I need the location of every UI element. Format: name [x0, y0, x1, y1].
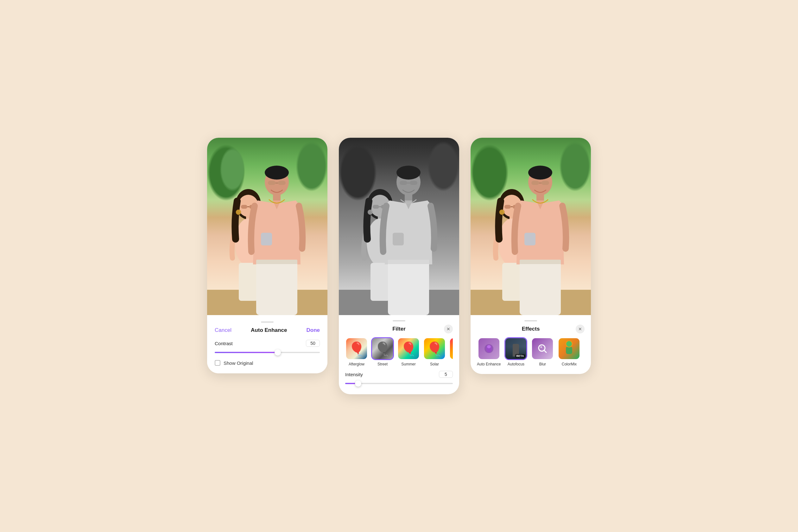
svg-rect-53 [520, 260, 561, 264]
svg-rect-61 [566, 346, 572, 354]
svg-rect-11 [268, 181, 276, 185]
person-male [245, 163, 308, 315]
intensity-thumb[interactable] [355, 380, 361, 387]
balloon-icon-summer: 🎈 [398, 338, 419, 359]
svg-rect-29 [400, 181, 407, 185]
photo-area-2 [339, 138, 459, 315]
contrast-label: Contrast [215, 341, 233, 346]
toolbar-row: Cancel Auto Enhance Done [215, 327, 320, 334]
svg-point-8 [236, 210, 241, 215]
filter-thumb-afterglow: 🎈 [345, 337, 368, 360]
svg-rect-30 [410, 181, 417, 185]
intensity-label-row: Intensity 5 [345, 371, 453, 378]
photo-area-3 [471, 138, 591, 315]
contrast-track [215, 352, 320, 353]
svg-rect-32 [405, 194, 412, 201]
svg-point-46 [528, 166, 552, 179]
drag-handle-3 [525, 320, 537, 321]
filter-header: Filter ✕ [345, 326, 453, 332]
beta-badge: BETA [515, 354, 525, 358]
show-original-label: Show Original [224, 360, 253, 366]
effect-item-colormix[interactable]: ColorMix [558, 337, 581, 366]
svg-rect-12 [278, 181, 286, 185]
show-original-checkbox[interactable] [215, 360, 221, 366]
colormix-icon [563, 341, 575, 357]
svg-rect-34 [388, 261, 429, 315]
contrast-fill [215, 352, 278, 353]
filter-item-self[interactable]: 🎈 Self [449, 337, 453, 366]
svg-rect-50 [536, 194, 544, 201]
effects-header: Effects ✕ [477, 326, 585, 332]
filter-label-summer: Summer [401, 362, 416, 366]
filter-label-afterglow: Afterglow [349, 362, 364, 366]
effect-thumb-auto-enhance [477, 337, 500, 360]
svg-rect-48 [542, 181, 549, 185]
effect-thumb-blur [531, 337, 554, 360]
bottom-panel-1: Cancel Auto Enhance Done Contrast 50 Sho… [207, 315, 327, 373]
filter-title: Filter [392, 326, 406, 332]
effect-thumb-glitch [584, 337, 585, 360]
svg-point-28 [397, 166, 420, 179]
balloon-icon-afterglow: 🎈 [346, 338, 367, 359]
effect-item-glitch[interactable]: Glitc... [584, 337, 585, 366]
cancel-button[interactable]: Cancel [215, 327, 231, 334]
show-original-row: Show Original [215, 360, 320, 366]
svg-point-26 [368, 210, 373, 215]
balloon-icon-self: 🎈 [450, 338, 453, 359]
filter-thumb-self: 🎈 [449, 337, 453, 360]
photo-area-1 [207, 138, 327, 315]
effect-bg-autofocus: BETA [506, 338, 526, 359]
card-filter: Filter ✕ 🎈 Afterglow 🎈 Street [339, 138, 459, 394]
filter-close-button[interactable]: ✕ [444, 325, 453, 334]
svg-rect-17 [256, 260, 297, 264]
filter-thumb-street: 🎈 [371, 337, 394, 360]
contrast-thumb[interactable] [274, 349, 281, 356]
intensity-slider[interactable] [345, 380, 453, 387]
effect-item-blur[interactable]: Blur [531, 337, 554, 366]
effect-label-colormix: ColorMix [562, 362, 577, 366]
svg-line-58 [544, 350, 546, 353]
filter-item-afterglow[interactable]: 🎈 Afterglow [345, 337, 368, 366]
effect-item-auto-enhance[interactable]: Auto Enhance [477, 337, 501, 366]
intensity-label: Intensity [345, 372, 363, 377]
contrast-value: 50 [306, 340, 320, 347]
filter-item-street[interactable]: 🎈 Street [371, 337, 394, 366]
blur-icon [537, 343, 548, 354]
intensity-track [345, 383, 453, 384]
effect-bg-colormix [558, 338, 580, 359]
card-effects: Effects ✕ Auto Enhanc [471, 138, 591, 374]
svg-rect-16 [256, 261, 297, 315]
balloon-icon-street: 🎈 [372, 338, 393, 359]
drag-handle-1 [261, 321, 273, 323]
filter-items-row: 🎈 Afterglow 🎈 Street 🎈 Sum [345, 337, 453, 366]
effect-thumb-autofocus: BETA [505, 337, 527, 360]
svg-rect-14 [273, 194, 281, 201]
filter-thumb-summer: 🎈 [397, 337, 420, 360]
contrast-slider[interactable] [215, 349, 320, 356]
contrast-label-row: Contrast 50 [215, 340, 320, 347]
balloon-icon-solar: 🎈 [424, 338, 445, 359]
effect-bg-auto-enhance [478, 338, 499, 359]
svg-rect-52 [520, 261, 561, 315]
effect-label-autofocus: Autofocus [508, 362, 525, 366]
effects-close-button[interactable]: ✕ [576, 325, 585, 334]
effects-items-row: Auto Enhance BETA Autofocus [477, 337, 585, 366]
drag-handle-2 [393, 320, 405, 321]
intensity-value: 5 [439, 371, 453, 378]
svg-rect-35 [388, 260, 429, 264]
person-male-bw [377, 163, 440, 315]
filter-thumb-solar: 🎈 [423, 337, 446, 360]
filter-panel: Filter ✕ 🎈 Afterglow 🎈 Street [339, 315, 459, 394]
svg-point-44 [499, 210, 505, 215]
svg-point-10 [265, 166, 289, 179]
effect-label-blur: Blur [539, 362, 546, 366]
effect-bg-blur [532, 338, 553, 359]
filter-item-summer[interactable]: 🎈 Summer [397, 337, 420, 366]
toolbar-title: Auto Enhance [251, 327, 287, 334]
done-button[interactable]: Done [306, 327, 320, 334]
effect-label-auto-enhance: Auto Enhance [477, 362, 501, 366]
effect-item-autofocus[interactable]: BETA Autofocus [505, 337, 527, 366]
effects-panel: Effects ✕ Auto Enhanc [471, 315, 591, 374]
filter-item-solar[interactable]: 🎈 Solar [423, 337, 446, 366]
card-auto-enhance: Cancel Auto Enhance Done Contrast 50 Sho… [207, 138, 327, 373]
